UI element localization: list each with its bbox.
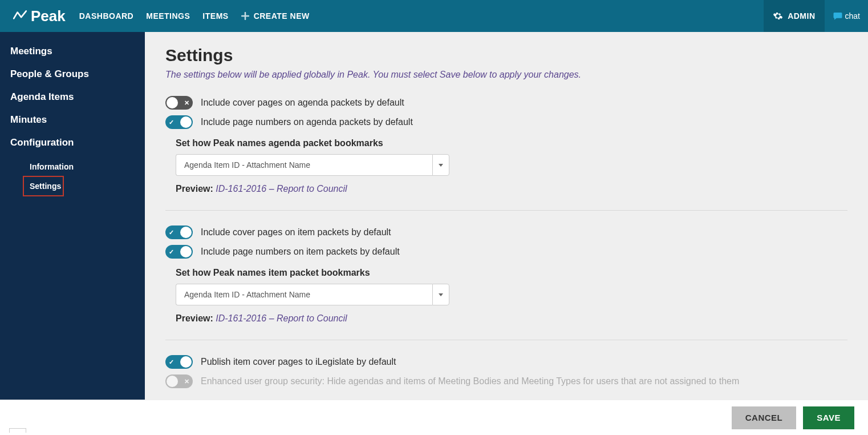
agenda-bookmark-dropdown[interactable]: Agenda Item ID - Attachment Name [176,154,449,176]
topbar-right: ADMIN chat [764,0,868,32]
agenda-preview: Preview: ID-161-2016 – Report to Council [176,184,847,194]
sidebar-meetings[interactable]: Meetings [0,40,145,63]
sidebar-sub-information[interactable]: Information [0,158,145,176]
topbar: Peak DASHBOARD MEETINGS ITEMS CREATE NEW… [0,0,868,32]
label-publish-ilegislate: Publish item cover pages to iLegislate b… [201,357,396,367]
divider [165,340,847,340]
nav-create-new-label: CREATE NEW [254,11,310,21]
admin-button[interactable]: ADMIN [764,0,824,32]
toggle-item-pages[interactable]: ✓ [165,245,193,259]
sidebar-sub-settings[interactable]: Settings [23,176,64,196]
content-area: Settings The settings below will be appl… [145,32,868,400]
chevron-down-icon[interactable] [432,154,449,176]
toggle-agenda-cover[interactable]: ✕ [165,96,193,110]
brand-text: Peak [31,7,66,25]
chat-button[interactable]: chat [825,0,868,32]
label-enhanced-security: Enhanced user group security: Hide agend… [201,376,739,386]
agenda-bookmark-label: Set how Peak names agenda packet bookmar… [176,138,847,148]
item-bookmark-value: Agenda Item ID - Attachment Name [176,284,432,305]
toggle-publish-ilegislate[interactable]: ✓ [165,355,193,369]
admin-label: ADMIN [788,11,815,21]
chevron-down-icon[interactable] [432,284,449,305]
sidebar-agenda-items[interactable]: Agenda Items [0,86,145,108]
sidebar-people-groups[interactable]: People & Groups [0,63,145,86]
divider [165,210,847,211]
sidebar-configuration[interactable]: Configuration [0,131,145,154]
agenda-bookmark-value: Agenda Item ID - Attachment Name [176,154,432,176]
label-item-cover: Include cover pages on item packets by d… [201,227,391,237]
save-button[interactable]: SAVE [803,406,854,429]
label-item-pages: Include page numbers on item packets by … [201,247,400,257]
page-subtitle: The settings below will be applied globa… [165,70,847,80]
sidebar-minutes[interactable]: Minutes [0,108,145,131]
chat-icon [833,11,843,21]
plus-icon [241,12,249,20]
toggle-enhanced-security[interactable]: ✕ [165,374,193,388]
toggle-agenda-pages[interactable]: ✓ [165,115,193,129]
footer-bar: CANCEL SAVE [0,400,868,435]
label-agenda-pages: Include page numbers on agenda packets b… [201,117,413,127]
cancel-button[interactable]: CANCEL [732,406,797,429]
brand-logo[interactable]: Peak [0,7,76,25]
footer-stub [9,428,26,433]
nav-create-new[interactable]: CREATE NEW [241,11,310,21]
peak-logo-icon [13,9,27,23]
chat-label: chat [845,11,860,21]
nav-meetings[interactable]: MEETINGS [146,11,190,21]
nav-items[interactable]: ITEMS [202,11,228,21]
nav-dashboard[interactable]: DASHBOARD [79,11,134,21]
topnav: DASHBOARD MEETINGS ITEMS CREATE NEW [79,11,310,21]
item-preview: Preview: ID-161-2016 – Report to Council [176,313,847,324]
label-agenda-cover: Include cover pages on agenda packets by… [201,98,404,108]
page-title: Settings [165,46,847,65]
gear-icon [773,11,783,21]
sidebar: Meetings People & Groups Agenda Items Mi… [0,32,145,400]
item-bookmark-label: Set how Peak names item packet bookmarks [176,268,847,278]
toggle-item-cover[interactable]: ✓ [165,225,193,239]
item-bookmark-dropdown[interactable]: Agenda Item ID - Attachment Name [176,284,449,305]
